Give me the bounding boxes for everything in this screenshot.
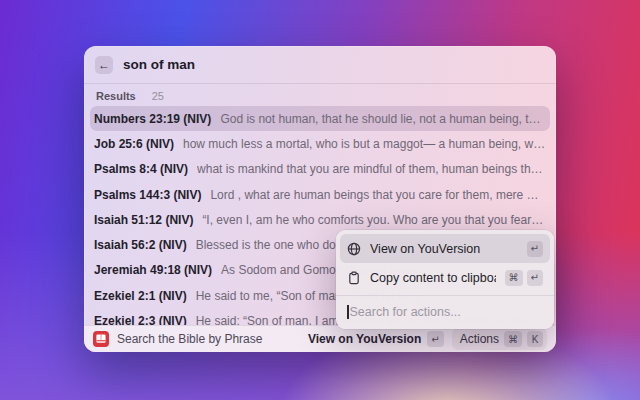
verse-text: “I, even I, am he who comforts you. Who … bbox=[202, 213, 546, 227]
command-key-icon: ⌘ bbox=[505, 270, 523, 286]
verse-reference: Jeremiah 49:18 (NIV) bbox=[94, 263, 212, 277]
footer-bar: Search the Bible by Phrase View on YouVe… bbox=[84, 325, 556, 352]
result-row[interactable]: Isaiah 51:12 (NIV)“I, even I, am he who … bbox=[90, 207, 550, 232]
menu-item-label: Copy content to clipboard bbox=[370, 271, 496, 285]
actions-label: Actions bbox=[460, 332, 499, 346]
globe-icon bbox=[347, 242, 361, 256]
results-label: Results bbox=[96, 90, 136, 102]
result-row[interactable]: Psalms 8:4 (NIV)what is mankind that you… bbox=[90, 157, 550, 182]
menu-item[interactable]: Copy content to clipboard⌘↵ bbox=[340, 263, 550, 292]
primary-action-label: View on YouVersion bbox=[308, 332, 421, 346]
results-section-header: Results 25 bbox=[96, 86, 544, 106]
menu-item-label: View on YouVersion bbox=[370, 242, 518, 256]
back-arrow-icon: ← bbox=[98, 58, 110, 72]
verse-text: Lord , what are human beings that you ca… bbox=[210, 188, 546, 202]
verse-reference: Ezekiel 2:3 (NIV) bbox=[94, 314, 187, 325]
command-key-icon: ⌘ bbox=[504, 331, 522, 347]
k-key-icon: K bbox=[527, 331, 543, 347]
actions-button[interactable]: Actions ⌘ K bbox=[452, 328, 547, 350]
return-key-icon: ↵ bbox=[527, 241, 543, 257]
verse-reference: Psalms 144:3 (NIV) bbox=[94, 188, 201, 202]
result-row[interactable]: Psalms 144:3 (NIV)Lord , what are human … bbox=[90, 182, 550, 207]
actions-search-field[interactable]: Search for actions... bbox=[340, 299, 550, 325]
bible-app-icon bbox=[93, 331, 109, 347]
back-button[interactable]: ← bbox=[95, 56, 113, 74]
result-row[interactable]: Numbers 23:19 (NIV)God is not human, tha… bbox=[90, 106, 550, 131]
verse-reference: Numbers 23:19 (NIV) bbox=[94, 112, 211, 126]
shortcut-keys: ⌘↵ bbox=[505, 270, 543, 286]
actions-search-placeholder: Search for actions... bbox=[350, 305, 461, 319]
menu-divider bbox=[336, 295, 554, 296]
search-input[interactable]: son of man bbox=[123, 57, 195, 72]
verse-reference: Job 25:6 (NIV) bbox=[94, 137, 174, 151]
primary-action-button[interactable]: View on YouVersion ↵ bbox=[308, 331, 444, 347]
verse-text: how much less a mortal, who is but a mag… bbox=[183, 137, 546, 151]
search-header: ← son of man bbox=[84, 46, 556, 84]
launcher-window: ← son of man Results 25 Numbers 23:19 (N… bbox=[84, 46, 556, 352]
command-title: Search the Bible by Phrase bbox=[117, 332, 262, 346]
verse-reference: Isaiah 51:12 (NIV) bbox=[94, 213, 193, 227]
return-key-icon: ↵ bbox=[427, 331, 443, 347]
shortcut-keys: ↵ bbox=[527, 241, 543, 257]
menu-item[interactable]: View on YouVersion↵ bbox=[340, 234, 550, 263]
actions-menu: View on YouVersion↵Copy content to clipb… bbox=[336, 230, 554, 329]
verse-text: what is mankind that you are mindful of … bbox=[197, 162, 546, 176]
verse-reference: Ezekiel 2:1 (NIV) bbox=[94, 289, 187, 303]
clipboard-icon bbox=[347, 271, 361, 285]
verse-reference: Isaiah 56:2 (NIV) bbox=[94, 238, 187, 252]
text-caret bbox=[347, 305, 349, 319]
result-row[interactable]: Job 25:6 (NIV)how much less a mortal, wh… bbox=[90, 131, 550, 156]
verse-text: God is not human, that he should lie, no… bbox=[220, 112, 546, 126]
verse-reference: Psalms 8:4 (NIV) bbox=[94, 162, 188, 176]
results-count: 25 bbox=[152, 90, 164, 102]
return-key-icon: ↵ bbox=[527, 270, 543, 286]
